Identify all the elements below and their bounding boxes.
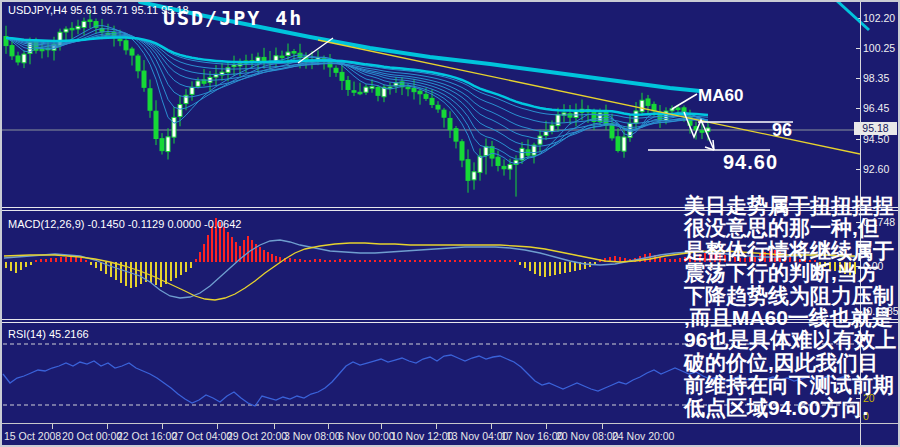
time-axis-tick bbox=[491, 424, 492, 429]
candle-body bbox=[364, 87, 368, 92]
commentary-line: 破的价位,因此我们目 bbox=[684, 352, 900, 374]
candle-body bbox=[484, 146, 488, 155]
commentary-line: 96也是具体难以有效上 bbox=[684, 329, 900, 351]
candle-body bbox=[424, 94, 428, 98]
candle-body bbox=[616, 137, 620, 151]
candle-body bbox=[418, 91, 422, 94]
time-axis-label: 27 Oct 04:00 bbox=[172, 430, 232, 442]
time-axis-tick bbox=[436, 424, 437, 429]
candle-body bbox=[166, 137, 170, 152]
candle-body bbox=[10, 46, 14, 56]
commentary-line: 震荡下行的判断,当方 bbox=[684, 262, 900, 284]
ma60-annotation-label: MA60 bbox=[698, 86, 743, 106]
time-axis-label: 15 Oct 2008 bbox=[4, 430, 61, 442]
candle-body bbox=[64, 29, 68, 32]
candle-body bbox=[280, 56, 284, 58]
window-frame-left bbox=[0, 0, 2, 447]
time-axis-tick bbox=[328, 424, 329, 429]
time-axis-tick bbox=[107, 424, 108, 429]
candle-body bbox=[592, 111, 596, 121]
time-axis-label: 29 Oct 20:00 bbox=[227, 430, 287, 442]
candle-body bbox=[190, 87, 194, 94]
time-axis-tick bbox=[546, 424, 547, 429]
time-axis-tick bbox=[52, 424, 53, 429]
candle-body bbox=[358, 92, 362, 94]
candle-body bbox=[430, 98, 434, 104]
candle-body bbox=[640, 100, 644, 111]
ma-ribbon-line bbox=[6, 35, 708, 139]
candle-body bbox=[502, 166, 506, 168]
candle-body bbox=[454, 129, 458, 141]
commentary-line: 美日走势属于扭扭捏捏 bbox=[684, 195, 900, 217]
candle-body bbox=[142, 71, 146, 87]
candle-body bbox=[196, 81, 200, 86]
time-axis-label: 6 Nov 00:00 bbox=[338, 430, 395, 442]
candle-body bbox=[16, 56, 20, 62]
candle-body bbox=[118, 39, 122, 41]
candle-body bbox=[442, 110, 446, 117]
candle-body bbox=[346, 80, 350, 89]
candle-body bbox=[478, 156, 482, 172]
commentary-line: 下降趋势线为阻力压制 bbox=[684, 285, 900, 307]
mt4-chart-window: USDJPY,H4 95.61 95.71 95.11 95.18 USD/JP… bbox=[0, 0, 900, 447]
time-axis-tick bbox=[602, 424, 603, 429]
candle-body bbox=[436, 105, 440, 109]
candle-body bbox=[40, 49, 44, 51]
candle-body bbox=[334, 68, 338, 72]
candle-body bbox=[490, 147, 494, 158]
candle-body bbox=[646, 99, 650, 105]
candle-body bbox=[370, 87, 374, 89]
time-axis-label: 13 Nov 04:00 bbox=[446, 430, 508, 442]
target-9460-label: 94.60 bbox=[723, 151, 778, 174]
candle-body bbox=[508, 164, 512, 169]
candle-body bbox=[568, 114, 572, 117]
candle-body bbox=[556, 115, 560, 126]
window-frame-top bbox=[0, 0, 900, 2]
time-axis-label: 22 Oct 16:00 bbox=[117, 430, 177, 442]
candle-body bbox=[460, 142, 464, 160]
time-axis-label: 10 Nov 12:00 bbox=[391, 430, 453, 442]
commentary-line: 是整体行情将继续属于 bbox=[684, 240, 900, 262]
candle-body bbox=[76, 26, 80, 29]
commentary-line: 很没意思的那一种,但 bbox=[684, 217, 900, 239]
current-price-box: 95.18 bbox=[854, 122, 897, 135]
candle-body bbox=[232, 65, 236, 67]
candle-body bbox=[352, 91, 356, 93]
cyan-corner-segment bbox=[836, 0, 869, 30]
rsi-indicator-label: RSI(14) 45.2166 bbox=[8, 328, 89, 340]
pair-timeframe-label: USD/JPY 4h bbox=[163, 6, 303, 30]
candle-body bbox=[670, 109, 674, 111]
candle-body bbox=[448, 118, 452, 129]
candle-body bbox=[706, 128, 710, 131]
candle-body bbox=[136, 56, 140, 71]
analyst-commentary: 美日走势属于扭扭捏捏很没意思的那一种,但是整体行情将继续属于震荡下行的判断,当方… bbox=[684, 195, 900, 419]
candle-body bbox=[226, 68, 230, 73]
candle-body bbox=[538, 136, 542, 144]
time-axis-label: 17 Nov 16:00 bbox=[501, 430, 563, 442]
candle-body bbox=[148, 89, 152, 110]
ma-ribbon-line bbox=[6, 31, 708, 152]
time-axis-tick bbox=[217, 424, 218, 429]
candle-body bbox=[172, 117, 176, 137]
resistance-96-label: 96 bbox=[772, 120, 792, 141]
ma-ribbon-line bbox=[6, 36, 708, 131]
candle-body bbox=[286, 52, 290, 55]
ma60-line bbox=[6, 38, 708, 115]
symbol-ohlc-info: USDJPY,H4 95.61 95.71 95.11 95.18 bbox=[8, 4, 189, 16]
candle-body bbox=[676, 108, 680, 110]
candle-body bbox=[154, 111, 158, 138]
commentary-line: ,而且MA60一线也就是 bbox=[684, 307, 900, 329]
time-axis-tick bbox=[274, 424, 275, 429]
candle-body bbox=[550, 125, 554, 131]
candle-body bbox=[88, 20, 92, 22]
candle-body bbox=[82, 21, 86, 27]
time-axis-label: 3 Nov 08:00 bbox=[284, 430, 341, 442]
candle-body bbox=[610, 124, 614, 138]
candle-body bbox=[466, 160, 470, 181]
ma-ribbon-line bbox=[6, 34, 708, 147]
candle-body bbox=[496, 157, 500, 165]
candle-body bbox=[124, 41, 128, 50]
candle-body bbox=[160, 139, 164, 151]
candle-body bbox=[292, 52, 296, 54]
time-axis-label: 20 Nov 08:00 bbox=[556, 430, 618, 442]
